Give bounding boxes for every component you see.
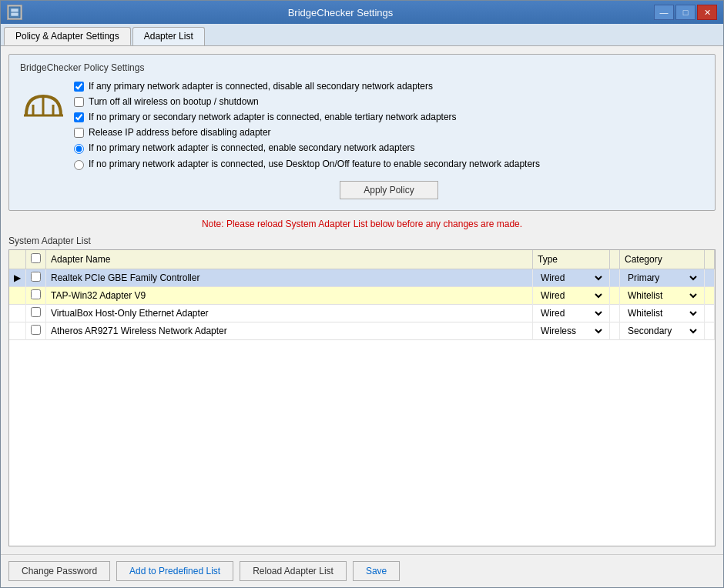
window-title: BridgeChecker Settings [27,7,654,18]
row-checkbox-cell-2 [26,305,46,322]
policy-group-title: BridgeChecker Policy Settings [20,62,704,73]
adapter-list-title: System Adapter List [8,236,716,246]
policy-note: Note: Please reload System Adapter List … [8,219,716,229]
row-type-select-0[interactable]: Wired Wireless [538,272,605,284]
close-button[interactable]: ✕ [697,5,717,20]
row-checkbox-cell-1 [26,287,46,305]
policy-label-2: Turn off all wireless on bootup / shutdo… [89,96,259,107]
col-adapter-name: Adapter Name [46,250,533,269]
row-arrow-1 [9,287,26,305]
row-type-arrow-2 [610,305,620,322]
table-header-row: Adapter Name Type Category [9,250,715,269]
row-type-select-2[interactable]: Wired Wireless [538,307,605,319]
tab-adapter-list[interactable]: Adapter List [132,27,205,45]
adapter-table: Adapter Name Type Category ▶ Realtek PCI… [9,250,715,340]
maximize-button[interactable]: □ [675,5,696,20]
policy-option-4: Release IP address before disabling adap… [74,127,704,138]
policy-option-2: Turn off all wireless on bootup / shutdo… [74,96,704,107]
row-checkbox-3[interactable] [31,325,41,335]
table-row[interactable]: TAP-Win32 Adapter V9 Wired Wireless Prim… [9,287,715,305]
col-check [26,250,46,269]
row-name-0: Realtek PCIe GBE Family Controller [46,269,533,287]
bridge-icon-container [20,81,66,199]
row-type-cell-1: Wired Wireless [533,287,610,305]
row-category-cell-1: Primary Secondary Whitelist Tertiary [620,287,705,305]
policy-label-4: Release IP address before disabling adap… [89,127,271,138]
policy-label-1: If any primary network adapter is connec… [89,81,433,92]
policy-radio-2[interactable] [74,160,84,170]
policy-checkbox-3[interactable] [74,112,84,122]
table-row[interactable]: VirtualBox Host-Only Ethernet Adapter Wi… [9,305,715,322]
col-cat-arrow [705,250,715,269]
window-controls: — □ ✕ [654,5,717,20]
add-predefined-button[interactable]: Add to Predefined List [116,561,233,581]
row-name-2: VirtualBox Host-Only Ethernet Adapter [46,305,533,322]
save-button[interactable]: Save [353,561,400,581]
table-row[interactable]: ▶ Realtek PCIe GBE Family Controller Wir… [9,269,715,287]
row-type-arrow-0 [610,269,620,287]
row-checkbox-cell-0 [26,269,46,287]
row-cat-arrow-2 [705,305,715,322]
row-type-arrow-1 [610,287,620,305]
row-type-cell-0: Wired Wireless [533,269,610,287]
row-arrow-2 [9,305,26,322]
table-row[interactable]: Atheros AR9271 Wireless Network Adapter … [9,322,715,340]
policy-checkbox-2[interactable] [74,97,84,107]
apply-btn-row: Apply Policy [74,181,704,199]
row-category-cell-3: Primary Secondary Whitelist Tertiary [620,322,705,340]
row-arrow-3 [9,322,26,340]
row-type-select-1[interactable]: Wired Wireless [538,289,605,302]
policy-label-3: If no primary or secondary network adapt… [89,112,457,122]
apply-policy-button[interactable]: Apply Policy [340,181,437,199]
bridge-icon [22,89,65,119]
window-icon [7,5,22,20]
row-checkbox-cell-3 [26,322,46,340]
row-category-cell-2: Primary Secondary Whitelist Tertiary [620,305,705,322]
minimize-button[interactable]: — [654,5,674,20]
title-bar: BridgeChecker Settings — □ ✕ [1,1,723,24]
col-type-arrow [610,250,620,269]
tab-policy[interactable]: Policy & Adapter Settings [4,27,131,45]
policy-options: If any primary network adapter is connec… [74,81,704,199]
row-type-cell-2: Wired Wireless [533,305,610,322]
policy-content: If any primary network adapter is connec… [20,81,704,199]
change-password-button[interactable]: Change Password [8,561,110,581]
row-checkbox-2[interactable] [31,307,41,317]
row-checkbox-0[interactable] [31,272,41,282]
adapter-list-section: System Adapter List Adapter Name Type Ca… [8,236,716,546]
tab-bar: Policy & Adapter Settings Adapter List [1,24,723,46]
row-name-3: Atheros AR9271 Wireless Network Adapter [46,322,533,340]
col-category: Category [620,250,705,269]
select-all-checkbox[interactable] [31,253,41,263]
main-window: BridgeChecker Settings — □ ✕ Policy & Ad… [0,0,724,588]
row-name-1: TAP-Win32 Adapter V9 [46,287,533,305]
reload-adapter-button[interactable]: Reload Adapter List [240,561,347,581]
policy-option-3: If no primary or secondary network adapt… [74,112,704,122]
adapter-table-container: Adapter Name Type Category ▶ Realtek PCI… [8,249,716,546]
main-content: BridgeChecker Policy Settings [1,46,723,554]
row-type-arrow-3 [610,322,620,340]
row-type-cell-3: Wired Wireless [533,322,610,340]
policy-checkbox-4[interactable] [74,128,84,138]
policy-checkbox-1[interactable] [74,82,84,92]
col-arrow [9,250,26,269]
policy-radio-1[interactable] [74,144,84,154]
row-category-select-3[interactable]: Primary Secondary Whitelist Tertiary [625,325,699,337]
row-category-select-1[interactable]: Primary Secondary Whitelist Tertiary [625,289,699,302]
row-cat-arrow-3 [705,322,715,340]
row-type-select-3[interactable]: Wired Wireless [538,325,605,337]
bottom-bar: Change Password Add to Predefined List R… [1,554,723,587]
policy-option-5: If no primary network adapter is connect… [74,142,704,154]
col-type: Type [533,250,610,269]
policy-radio-label-2: If no primary network adapter is connect… [89,159,540,169]
row-arrow-0: ▶ [9,269,26,287]
policy-group: BridgeChecker Policy Settings [8,54,716,211]
policy-option-1: If any primary network adapter is connec… [74,81,704,92]
row-category-select-2[interactable]: Primary Secondary Whitelist Tertiary [625,307,699,319]
row-cat-arrow-1 [705,287,715,305]
row-cat-arrow-0 [705,269,715,287]
policy-option-6: If no primary network adapter is connect… [74,159,704,170]
row-category-select-0[interactable]: Primary Secondary Whitelist Tertiary [625,272,699,284]
policy-radio-label-1: If no primary network adapter is connect… [89,142,415,153]
row-checkbox-1[interactable] [31,289,41,299]
